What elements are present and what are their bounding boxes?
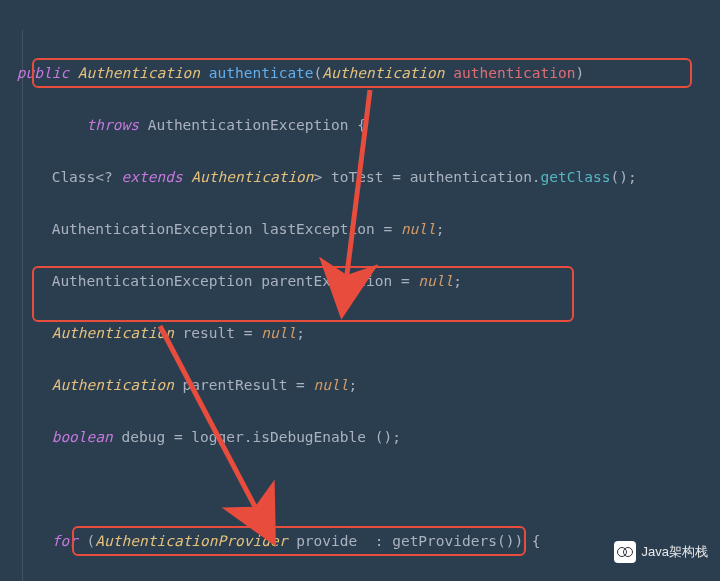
code-line: throws AuthenticationException { (8, 112, 720, 138)
exception-type: AuthenticationException (148, 117, 349, 133)
var: parentException (261, 273, 392, 289)
type-boolean: boolean (52, 429, 113, 445)
method-name: authenticate (209, 65, 314, 81)
code-line: Authentication parentResult = null; (8, 372, 720, 398)
code-line (8, 476, 720, 502)
code-line: AuthenticationException lastException = … (8, 216, 720, 242)
keyword-for: for (52, 533, 78, 549)
var: provide (296, 533, 357, 549)
var: lastException (261, 221, 375, 237)
ref: logger (191, 429, 243, 445)
indent-guide (22, 30, 23, 581)
type: Authentication (52, 325, 174, 341)
method-call: getClass (541, 169, 611, 185)
param-type: Authentication (322, 65, 444, 81)
null-literal: null (261, 325, 296, 341)
type: AuthenticationProvider (95, 533, 287, 549)
var: debug (122, 429, 166, 445)
method-call: isDebugEnable (252, 429, 366, 445)
null-literal: null (418, 273, 453, 289)
class-kw: Class (52, 169, 96, 185)
method-call: getProviders (392, 533, 497, 549)
keyword-extends: extends (122, 169, 183, 185)
type: AuthenticationException (52, 221, 253, 237)
code-line: Class<? extends Authentication> toTest =… (8, 164, 720, 190)
code-editor: public Authentication authenticate(Authe… (0, 0, 720, 581)
null-literal: null (401, 221, 436, 237)
type: AuthenticationException (52, 273, 253, 289)
return-type: Authentication (78, 65, 200, 81)
param-name: authentication (453, 65, 575, 81)
wechat-icon (614, 541, 636, 563)
keyword-public: public (17, 65, 69, 81)
code-line: public Authentication authenticate(Authe… (8, 60, 720, 86)
null-literal: null (314, 377, 349, 393)
ref: authentication (410, 169, 532, 185)
code-line: Authentication result = null; (8, 320, 720, 346)
code-line: boolean debug = logger.isDebugEnable (); (8, 424, 720, 450)
keyword-throws: throws (87, 117, 139, 133)
code-line: AuthenticationException parentException … (8, 268, 720, 294)
type: Authentication (191, 169, 313, 185)
watermark: Java架构栈 (614, 541, 708, 563)
type: Authentication (52, 377, 174, 393)
var: result (183, 325, 235, 341)
var: parentResult (183, 377, 288, 393)
var: toTest (331, 169, 383, 185)
watermark-text: Java架构栈 (642, 543, 708, 561)
